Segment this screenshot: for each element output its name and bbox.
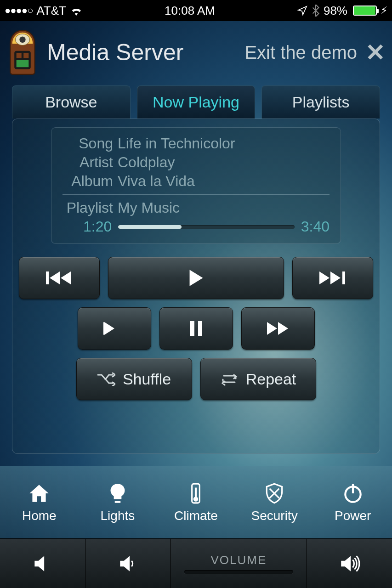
clock: 10:08 AM (165, 4, 215, 18)
repeat-icon (220, 372, 239, 386)
page-title: Media Server (47, 39, 183, 66)
progress-fill (118, 225, 182, 229)
svg-rect-5 (17, 60, 29, 68)
svg-marker-14 (103, 322, 114, 335)
artist-label: Artist (62, 154, 113, 171)
svg-rect-12 (342, 271, 345, 284)
nav-power[interactable]: Power (313, 466, 392, 538)
nav-home-label: Home (22, 509, 57, 523)
svg-rect-3 (17, 53, 22, 58)
time-elapsed: 1:20 (83, 218, 112, 235)
svg-marker-8 (61, 271, 71, 284)
location-icon (297, 5, 308, 16)
volume-high-icon (338, 552, 361, 575)
svg-marker-17 (267, 322, 277, 335)
tab-now-playing[interactable]: Now Playing (137, 85, 256, 119)
lightbulb-icon (106, 482, 129, 505)
album-label: Album (62, 173, 113, 190)
header: Media Server Exit the demo ✕ (0, 21, 392, 85)
svg-rect-15 (190, 321, 194, 336)
rewind-button[interactable] (78, 307, 151, 350)
charging-icon: ⚡︎ (381, 5, 387, 17)
volume-up-button[interactable] (307, 539, 392, 588)
volume-bar: VOLUME (0, 538, 392, 588)
volume-mute-button[interactable] (0, 539, 85, 588)
volume-slider-area: VOLUME (171, 539, 307, 588)
shuffle-label: Shuffle (123, 370, 171, 388)
shuffle-icon (97, 372, 115, 386)
progress-slider[interactable] (118, 225, 294, 229)
tabs: Browse Now Playing Playlists (0, 85, 392, 119)
nav-lights[interactable]: Lights (79, 466, 157, 538)
svg-rect-21 (195, 487, 197, 497)
bottom-nav: Home Lights Climate Security Power (0, 466, 392, 538)
svg-rect-23 (352, 484, 354, 493)
volume-down-button[interactable] (85, 539, 171, 588)
battery-pct: 98% (324, 4, 347, 18)
home-icon (28, 482, 51, 505)
svg-rect-16 (198, 321, 202, 336)
time-total: 3:40 (301, 218, 330, 235)
exit-demo-button[interactable]: Exit the demo (244, 42, 357, 63)
tab-browse[interactable]: Browse (12, 85, 131, 119)
svg-rect-4 (23, 53, 28, 58)
carrier-label: AT&T (36, 4, 66, 18)
fast-forward-button[interactable] (241, 307, 315, 350)
shield-icon (263, 482, 286, 505)
svg-marker-7 (50, 271, 60, 284)
svg-marker-9 (189, 270, 203, 286)
bluetooth-icon (312, 5, 320, 17)
nav-climate[interactable]: Climate (157, 466, 235, 538)
main-panel: Song Life in Technicolor Artist Coldplay… (12, 119, 380, 454)
svg-point-1 (19, 37, 25, 43)
repeat-button[interactable]: Repeat (200, 358, 316, 400)
play-button[interactable] (108, 257, 284, 299)
song-value: Life in Technicolor (118, 135, 235, 152)
repeat-label: Repeat (246, 370, 296, 388)
divider (62, 194, 330, 195)
nav-home[interactable]: Home (0, 466, 79, 538)
wifi-icon (70, 6, 83, 16)
next-track-button[interactable] (292, 257, 373, 299)
volume-low-icon (116, 552, 139, 575)
power-icon (341, 482, 364, 505)
pause-button[interactable] (159, 307, 233, 350)
tab-playlists[interactable]: Playlists (261, 85, 380, 119)
nav-climate-label: Climate (174, 509, 218, 523)
artist-value: Coldplay (118, 154, 175, 171)
nav-power-label: Power (335, 509, 371, 523)
song-label: Song (62, 135, 113, 152)
playlist-value: My Music (118, 199, 180, 216)
svg-point-20 (193, 497, 198, 501)
svg-marker-11 (330, 271, 341, 284)
thermometer-icon (184, 482, 207, 505)
nav-security-label: Security (251, 509, 298, 523)
nav-lights-label: Lights (101, 509, 135, 523)
signal-dots-icon: ●●●●○ (5, 5, 33, 17)
svg-marker-18 (278, 322, 288, 335)
status-bar: ●●●●○ AT&T 10:08 AM 98% ⚡︎ (0, 0, 392, 21)
nav-security[interactable]: Security (235, 466, 314, 538)
album-value: Viva la Vida (118, 173, 195, 190)
battery-icon (353, 6, 377, 16)
volume-label: VOLUME (210, 553, 267, 567)
close-icon[interactable]: ✕ (365, 40, 386, 64)
svg-marker-10 (319, 271, 330, 284)
shuffle-button[interactable]: Shuffle (76, 358, 192, 400)
prev-track-button[interactable] (19, 257, 100, 299)
volume-mute-icon (31, 552, 54, 575)
svg-rect-6 (46, 271, 49, 284)
playlist-label: Playlist (62, 199, 113, 216)
jukebox-icon (6, 29, 39, 75)
now-playing-info: Song Life in Technicolor Artist Coldplay… (51, 127, 341, 244)
volume-slider[interactable] (184, 570, 293, 574)
